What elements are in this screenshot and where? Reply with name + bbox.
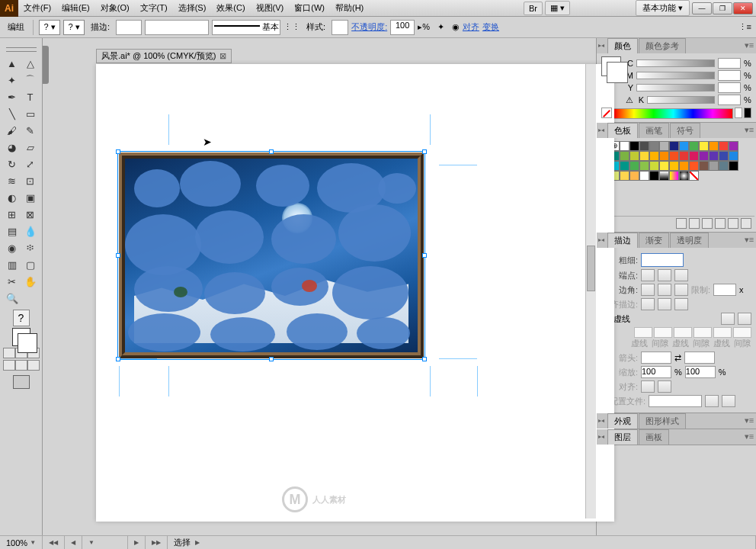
tab-swatches[interactable]: 色板 bbox=[607, 123, 638, 138]
swatch[interactable] bbox=[689, 141, 699, 151]
arrow-end-dropdown[interactable] bbox=[684, 352, 715, 364]
c-slider[interactable] bbox=[636, 59, 715, 67]
swatch[interactable] bbox=[649, 171, 659, 181]
swatch[interactable] bbox=[719, 141, 729, 151]
swatch[interactable] bbox=[699, 151, 709, 161]
menu-view[interactable]: 视图(V) bbox=[251, 0, 290, 16]
collapse-icon[interactable]: ▸◂ bbox=[597, 124, 606, 135]
swatch[interactable] bbox=[699, 141, 709, 151]
recolor-icon[interactable]: ◉ bbox=[452, 22, 460, 32]
menu-help[interactable]: 帮助(H) bbox=[330, 0, 369, 16]
panel-knob-left[interactable] bbox=[43, 46, 49, 84]
workspace-dropdown[interactable]: 基本功能 ▾ bbox=[636, 0, 690, 16]
tab-color-guide[interactable]: 颜色参考 bbox=[639, 38, 686, 53]
dash-input[interactable] bbox=[634, 327, 652, 338]
rotate-tool[interactable]: ↻ bbox=[3, 156, 21, 172]
dash-align-2[interactable] bbox=[738, 313, 751, 325]
profile-flip-1[interactable] bbox=[705, 395, 719, 407]
swatch[interactable] bbox=[629, 161, 639, 171]
tab-artboards[interactable]: 画板 bbox=[639, 429, 669, 445]
draw-behind-button[interactable] bbox=[15, 360, 27, 371]
miter-limit-input[interactable] bbox=[713, 284, 736, 296]
swatch[interactable] bbox=[709, 151, 719, 161]
join-miter-button[interactable] bbox=[641, 284, 655, 296]
dash-input[interactable] bbox=[674, 327, 692, 338]
scale-tool[interactable]: ⤢ bbox=[21, 156, 40, 172]
line-tool[interactable]: ╲ bbox=[3, 105, 21, 122]
menu-file[interactable]: 文件(F) bbox=[18, 0, 56, 16]
opacity-input[interactable]: 100 bbox=[390, 20, 415, 35]
collapse-icon[interactable]: ▸◂ bbox=[597, 40, 606, 50]
panel-menu-icon[interactable]: ▾≡ bbox=[744, 40, 754, 50]
align-link[interactable]: 对齐 bbox=[463, 21, 479, 33]
tab-transparency[interactable]: 透明度 bbox=[670, 233, 709, 248]
panel-menu-icon[interactable]: ▾≡ bbox=[744, 431, 754, 441]
arrange-button[interactable]: ▦ ▾ bbox=[545, 1, 570, 15]
y-value[interactable] bbox=[718, 82, 741, 93]
gap-input[interactable] bbox=[733, 327, 751, 338]
minimize-button[interactable]: — bbox=[692, 2, 712, 14]
gap-input[interactable] bbox=[654, 327, 672, 338]
cap-round-button[interactable] bbox=[658, 269, 671, 281]
nav-next-button[interactable]: ▶▶ bbox=[146, 536, 168, 549]
join-bevel-button[interactable] bbox=[674, 284, 688, 296]
tab-appearance[interactable]: 外观 bbox=[607, 413, 638, 429]
swatch[interactable] bbox=[639, 171, 649, 181]
type-tool[interactable]: T bbox=[21, 88, 40, 105]
swatch[interactable] bbox=[649, 151, 659, 161]
panel-menu-icon[interactable]: ▾≡ bbox=[744, 234, 754, 245]
opacity-arrow[interactable]: ▸% bbox=[418, 22, 430, 32]
swatch[interactable] bbox=[689, 171, 699, 181]
optbar-more-icon[interactable]: ⋮≡ bbox=[738, 22, 751, 32]
swatch[interactable] bbox=[669, 151, 679, 161]
menu-window[interactable]: 窗口(W) bbox=[289, 0, 330, 16]
swatch[interactable] bbox=[659, 141, 669, 151]
color-fill-stroke[interactable] bbox=[601, 56, 621, 76]
swatch[interactable] bbox=[689, 161, 699, 171]
profile-flip-2[interactable] bbox=[722, 395, 735, 407]
swatch[interactable] bbox=[669, 171, 679, 181]
swatch[interactable] bbox=[659, 161, 669, 171]
arrow-start-dropdown[interactable] bbox=[641, 352, 671, 364]
zoom-dropdown[interactable]: 100%▼ bbox=[0, 536, 43, 549]
stroke-dropdown[interactable]: ? ▾ bbox=[63, 20, 85, 35]
vertical-scrollbar[interactable] bbox=[585, 64, 596, 518]
blob-brush-tool[interactable]: ◕ bbox=[3, 139, 21, 156]
m-slider[interactable] bbox=[636, 72, 715, 79]
color-mode-button[interactable] bbox=[3, 348, 15, 358]
menu-type[interactable]: 文字(T) bbox=[135, 0, 173, 16]
menu-edit[interactable]: 编辑(E) bbox=[56, 0, 95, 16]
artboard-nav-dropdown[interactable]: ▼ bbox=[82, 536, 128, 549]
width-tool[interactable]: ≋ bbox=[3, 172, 21, 189]
swatch[interactable] bbox=[699, 161, 709, 171]
collapse-icon[interactable]: ▸◂ bbox=[597, 234, 606, 245]
close-button[interactable]: ✕ bbox=[733, 2, 753, 14]
brush-dropdown[interactable]: 基本 bbox=[212, 20, 280, 35]
new-swatch-icon[interactable] bbox=[728, 218, 738, 229]
opacity-link[interactable]: 不透明度: bbox=[351, 21, 387, 33]
eraser-tool[interactable]: ▱ bbox=[21, 139, 40, 156]
tab-symbols[interactable]: 符号 bbox=[670, 123, 700, 138]
collapse-icon[interactable]: ▸◂ bbox=[597, 431, 606, 441]
collapse-icon[interactable]: ▸◂ bbox=[597, 415, 606, 425]
black-swatch[interactable] bbox=[744, 108, 751, 118]
stroke-weight-dropdown[interactable] bbox=[641, 253, 684, 267]
swatch[interactable] bbox=[679, 151, 689, 161]
current-tool-display[interactable]: 选择 ▶ bbox=[168, 536, 756, 549]
tab-stroke[interactable]: 描边 bbox=[607, 233, 638, 248]
panel-menu-icon[interactable]: ▾≡ bbox=[744, 415, 754, 425]
mesh-tool[interactable]: ⊠ bbox=[21, 206, 40, 223]
none-color-icon[interactable] bbox=[601, 108, 612, 118]
fill-stroke-swap[interactable] bbox=[12, 328, 30, 346]
tab-gradient[interactable]: 渐变 bbox=[639, 233, 669, 248]
tab-brushes[interactable]: 画笔 bbox=[639, 123, 669, 138]
style-dropdown[interactable] bbox=[332, 20, 348, 35]
shape-builder-tool[interactable]: ◐ bbox=[3, 189, 21, 206]
stroke-options-icon[interactable]: ⋮⋮ bbox=[284, 22, 300, 32]
stroke-weight-input[interactable] bbox=[116, 20, 142, 35]
swatch[interactable] bbox=[659, 171, 669, 181]
swatch[interactable] bbox=[679, 161, 689, 171]
swatch-kind-icon[interactable] bbox=[689, 218, 700, 229]
tab-graphic-styles[interactable]: 图形样式 bbox=[639, 413, 686, 429]
rectangle-tool[interactable]: ▭ bbox=[21, 105, 40, 122]
